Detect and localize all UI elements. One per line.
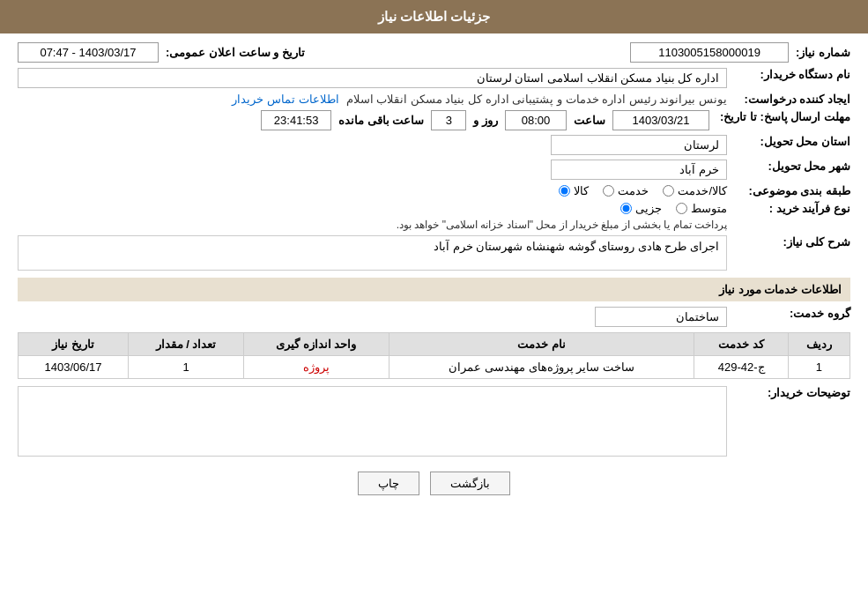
date: 1403/06/17 [19, 356, 129, 379]
announce-date-label: تاریخ و ساعت اعلان عمومی: [166, 46, 305, 59]
col-header-service-name: نام خدمت [389, 333, 694, 356]
category-kala-khedmat-option[interactable]: کالا/خدمت [663, 184, 727, 197]
purchase-jozii-label: جزیی [635, 202, 662, 215]
announce-date-value: 1403/03/17 - 07:47 [18, 42, 159, 63]
requester-label: ایجاد کننده درخواست: [727, 93, 850, 106]
deadline-label: مهلت ارسال پاسخ: تا تاریخ: [709, 110, 850, 123]
services-table: ردیف کد خدمت نام خدمت واحد اندازه گیری ت… [18, 332, 850, 379]
back-button[interactable]: بازگشت [430, 472, 510, 495]
print-button[interactable]: چاپ [358, 472, 419, 495]
col-header-row-number: ردیف [788, 333, 849, 356]
page-wrapper: جزئیات اطلاعات نیاز شماره نیاز: 11030051… [0, 0, 868, 609]
purchase-type-label: نوع فرآیند خرید : [727, 202, 850, 215]
services-table-header-row: ردیف کد خدمت نام خدمت واحد اندازه گیری ت… [19, 333, 850, 356]
col-header-quantity: تعداد / مقدار [129, 333, 244, 356]
purchase-motavasset-option[interactable]: متوسط [676, 202, 727, 215]
deadline-time-label: ساعت [574, 114, 605, 127]
deadline-remaining: 23:41:53 [261, 110, 331, 130]
deadline-remaining-label: ساعت باقی مانده [338, 114, 424, 127]
service-group-row: گروه خدمت: ساختمان [18, 307, 850, 327]
page-header: جزئیات اطلاعات نیاز [0, 0, 868, 33]
category-kala-khedmat-radio[interactable] [663, 185, 674, 197]
category-label: طبقه بندی موضوعی: [727, 184, 850, 197]
requester-row: ایجاد کننده درخواست: یونس بیرانوند رئیس … [18, 93, 850, 106]
description-value: اجرای طرح هادی روستای گوشه شهنشاه شهرستا… [18, 235, 727, 271]
category-khedmat-radio[interactable] [603, 185, 614, 197]
purchase-motavasset-label: متوسط [691, 202, 727, 215]
province-value: لرستان [551, 135, 727, 155]
deadline-days: 3 [431, 110, 466, 130]
buyer-org-row: نام دستگاه خریدار: اداره کل بنیاد مسکن ا… [18, 68, 850, 88]
description-row: شرح کلی نیاز: اجرای طرح هادی روستای گوشه… [18, 235, 850, 271]
buyer-notes-label: توضیحات خریدار: [727, 386, 850, 399]
category-khedmat-option[interactable]: خدمت [603, 184, 649, 197]
city-value: خرم آباد [551, 160, 727, 180]
requester-value: یونس بیرانوند رئیس اداره خدمات و پشتیبان… [346, 93, 727, 106]
col-header-date: تاریخ نیاز [19, 333, 129, 356]
category-kala-option[interactable]: کالا [559, 184, 589, 197]
footer-buttons: بازگشت چاپ [18, 472, 850, 495]
service-name: ساخت سایر پروژه‌های مهندسی عمران [389, 356, 694, 379]
description-label: شرح کلی نیاز: [727, 235, 850, 249]
row-number: 1 [788, 356, 849, 379]
category-kala-radio[interactable] [559, 185, 570, 197]
province-row: استان محل تحویل: لرستان [18, 135, 850, 155]
quantity: 1 [129, 356, 244, 379]
deadline-days-label: روز و [473, 114, 498, 127]
service-group-value: ساختمان [595, 307, 727, 327]
need-number-label: شماره نیاز: [796, 46, 850, 59]
requester-contact-link[interactable]: اطلاعات تماس خریدار [232, 93, 338, 106]
main-content: شماره نیاز: 1103005158000019 تاریخ و ساع… [0, 33, 868, 516]
services-section-header: اطلاعات خدمات مورد نیاز [18, 278, 850, 301]
category-khedmat-label: خدمت [618, 184, 649, 197]
purchase-type-radio-group: متوسط جزیی [18, 202, 727, 215]
purchase-jozii-radio[interactable] [620, 203, 632, 214]
top-row: شماره نیاز: 1103005158000019 تاریخ و ساع… [18, 42, 850, 63]
deadline-fields: 1403/03/21 ساعت 08:00 روز و 3 ساعت باقی … [18, 110, 709, 130]
deadline-row: مهلت ارسال پاسخ: تا تاریخ: 1403/03/21 سا… [18, 110, 850, 130]
city-row: شهر محل تحویل: خرم آباد [18, 160, 850, 180]
buyer-org-label: نام دستگاه خریدار: [727, 68, 850, 81]
city-label: شهر محل تحویل: [727, 160, 850, 173]
page-title: جزئیات اطلاعات نیاز [378, 9, 490, 24]
service-group-label: گروه خدمت: [727, 307, 850, 320]
buyer-notes-row: توضیحات خریدار: [18, 386, 850, 459]
deadline-date: 1403/03/21 [612, 110, 709, 130]
purchase-jozii-option[interactable]: جزیی [620, 202, 662, 215]
province-label: استان محل تحویل: [727, 135, 850, 148]
buyer-notes-textarea[interactable] [18, 386, 727, 457]
purchase-type-row: نوع فرآیند خرید : متوسط جزیی پرداخت تمام… [18, 202, 850, 231]
buyer-org-value: اداره کل بنیاد مسکن انقلاب اسلامی استان … [18, 68, 727, 88]
purchase-note: پرداخت تمام یا بخشی از مبلغ خریدار از مح… [18, 219, 727, 231]
service-code: ج-42-429 [694, 356, 788, 379]
category-row: طبقه بندی موضوعی: کالا/خدمت خدمت کالا [18, 184, 850, 197]
table-row: 1 ج-42-429 ساخت سایر پروژه‌های مهندسی عم… [19, 356, 850, 379]
category-kala-khedmat-label: کالا/خدمت [678, 184, 727, 197]
category-radio-group: کالا/خدمت خدمت کالا [18, 184, 727, 197]
category-kala-label: کالا [574, 184, 589, 197]
deadline-time: 08:00 [505, 110, 567, 130]
purchase-motavasset-radio[interactable] [676, 203, 687, 214]
col-header-unit: واحد اندازه گیری [243, 333, 389, 356]
col-header-service-code: کد خدمت [694, 333, 788, 356]
need-number-value: 1103005158000019 [630, 42, 789, 63]
unit: پروژه [243, 356, 389, 379]
